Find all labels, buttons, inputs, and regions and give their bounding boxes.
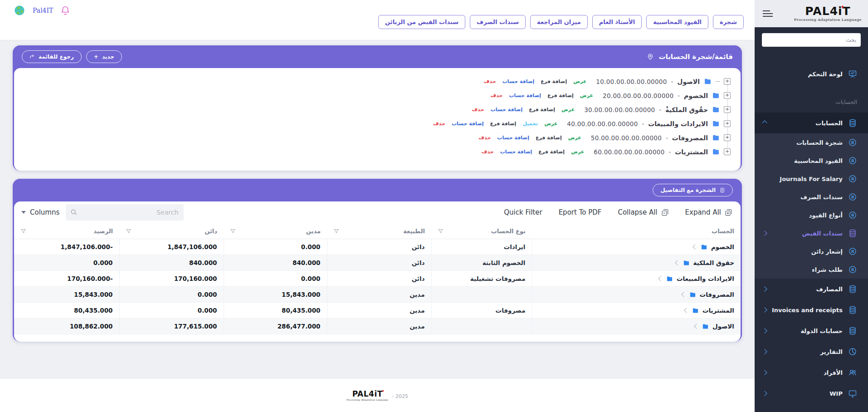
- sidebar-item-accounts-tree[interactable]: شجرة الحسابات: [755, 133, 868, 152]
- view-link[interactable]: عرض: [544, 121, 557, 127]
- brand-link[interactable]: Pal4IT: [33, 7, 53, 14]
- sidebar-item-payment-vouchers[interactable]: سندات الصرف: [755, 188, 868, 206]
- delete-link[interactable]: حذف: [478, 135, 491, 141]
- sidebar-item-purchase-request[interactable]: طلب شراء: [755, 260, 868, 279]
- collapse-all-button[interactable]: Collapse All: [618, 208, 668, 216]
- nav-button-trial-balance[interactable]: ميزان المراجعة: [530, 15, 588, 29]
- add-account-link[interactable]: إضافة حساب: [452, 121, 484, 127]
- accounts-submenu: شجرة الحسابات القيود المحاسبية Journals …: [755, 133, 868, 279]
- header-account-type: نوع الحساب: [431, 223, 532, 239]
- add-branch-link[interactable]: إضافة فرع: [490, 121, 517, 127]
- table-row[interactable]: المشتريات مصروفات مدين 80,435.000 0.000 …: [14, 303, 741, 319]
- sidebar-item-accounts[interactable]: الحسابات: [755, 113, 868, 133]
- view-link[interactable]: عرض: [568, 135, 581, 141]
- sidebar-item-reports[interactable]: التقارير: [755, 341, 868, 362]
- account-name: حقُوق الملكيةْ: [665, 106, 708, 113]
- search-input[interactable]: [80, 208, 179, 216]
- expand-row-icon[interactable]: [681, 292, 686, 297]
- tree-row-equity: + حقُوق الملكيةْ - 30.00.00.00.00.00000 …: [24, 103, 731, 117]
- expand-node-icon[interactable]: +: [724, 78, 731, 85]
- sidebar-item-journals-for-salary[interactable]: Journals For Salary: [755, 170, 868, 188]
- expand-row-icon[interactable]: [694, 324, 699, 329]
- nav-button-tree[interactable]: شجرة: [713, 15, 744, 29]
- sidebar-item-invoices-receipts[interactable]: Invoices and receipts: [755, 299, 868, 320]
- filter-icon[interactable]: [438, 228, 444, 234]
- coins-icon: [848, 326, 857, 335]
- delete-link[interactable]: حذف: [472, 107, 484, 113]
- table-row[interactable]: الاصول مدين 286,477.000 177,615.000 108,…: [14, 319, 741, 334]
- sidebar-nav: لوحة التحكم الحسابات الحسابات شجرة: [755, 52, 868, 412]
- table-row[interactable]: المصروفات مدين 15,843.000 0.000 15,843.0…: [14, 287, 741, 303]
- quick-filter-button[interactable]: Quick Filter: [504, 208, 542, 216]
- view-link[interactable]: عرض: [571, 149, 584, 155]
- sidebar-item-entry-types[interactable]: أنواع القيود: [755, 206, 868, 224]
- delete-link[interactable]: حذف: [433, 121, 445, 127]
- expand-node-icon[interactable]: +: [724, 106, 731, 113]
- sidebar-item-credit-note[interactable]: إشعار دائن: [755, 242, 868, 260]
- sidebar-item-dashboard[interactable]: لوحة التحكم: [755, 64, 868, 84]
- back-to-list-button[interactable]: رجوع للقائمة: [22, 50, 82, 63]
- delete-link[interactable]: حذف: [482, 149, 494, 155]
- expand-row-icon[interactable]: [684, 308, 689, 313]
- expand-row-icon[interactable]: [675, 260, 680, 265]
- sidebar-item-banks[interactable]: المصارف: [755, 279, 868, 299]
- delete-link[interactable]: حذف: [484, 78, 496, 84]
- delete-link[interactable]: حذف: [490, 93, 502, 98]
- globe-icon[interactable]: [14, 5, 25, 16]
- add-account-link[interactable]: إضافة حساب: [502, 78, 535, 84]
- coins-icon: [848, 229, 857, 238]
- tree-card-title-group: قائمة/شجرة الحسابات: [647, 53, 733, 61]
- tree-with-details-button[interactable]: الشجرة مع التفاصيل: [653, 184, 733, 196]
- add-account-link[interactable]: إضافة حساب: [491, 107, 523, 113]
- notifications-bell-icon[interactable]: [60, 5, 70, 15]
- sidebar-item-individuals[interactable]: الأفراد: [755, 362, 868, 383]
- sidebar-item-receipt-vouchers[interactable]: سندات القبض: [755, 224, 868, 242]
- expand-node-icon[interactable]: +: [724, 134, 731, 141]
- view-link[interactable]: عرض: [573, 78, 586, 84]
- expand-row-icon[interactable]: [658, 276, 663, 281]
- nav-button-general-ledger[interactable]: الأستاذ العام: [592, 15, 642, 29]
- table-row[interactable]: الايرادات والمبيعات مصروفات تشغيلية دائن…: [14, 271, 741, 287]
- add-account-link[interactable]: إضافة حساب: [500, 149, 532, 155]
- sidebar-item-state-accounts[interactable]: حسابات الدولة: [755, 320, 868, 341]
- expand-node-icon[interactable]: +: [724, 120, 731, 127]
- expand-node-icon[interactable]: +: [724, 148, 731, 155]
- circle-list-icon: [848, 156, 857, 165]
- sidebar-item-journal-entries[interactable]: القيود المحاسبية: [755, 152, 868, 170]
- credit-value: 177,615.000: [119, 319, 224, 334]
- table-row[interactable]: حقوق الملكية الخصوم الثابتة دائن 840.000…: [14, 255, 741, 271]
- expand-node-icon[interactable]: +: [724, 92, 731, 99]
- add-branch-link[interactable]: إضافة فرع: [541, 78, 567, 84]
- add-account-link[interactable]: إضافة حساب: [497, 135, 529, 141]
- add-branch-link[interactable]: إضافة فرع: [536, 135, 562, 141]
- sidebar-item-wip[interactable]: WIP: [755, 383, 868, 404]
- filter-icon[interactable]: [126, 228, 132, 234]
- folder-icon: [712, 148, 720, 156]
- add-account-link[interactable]: إضافة حساب: [509, 93, 541, 98]
- new-button[interactable]: جديد +: [86, 50, 122, 63]
- view-link[interactable]: عرض: [580, 93, 593, 98]
- filter-icon[interactable]: [333, 228, 339, 234]
- expand-row-icon[interactable]: [692, 244, 697, 249]
- credit-value: 1,847,106.000: [119, 239, 224, 255]
- export-pdf-button[interactable]: Eport To PDF: [559, 208, 602, 216]
- nav-button-journal-entries[interactable]: القيود المحاسبية: [646, 15, 708, 29]
- columns-dropdown[interactable]: Columns: [21, 208, 59, 216]
- table-card-header: الشجرة مع التفاصيل: [13, 179, 742, 201]
- download-link[interactable]: تحميل: [522, 121, 538, 127]
- nav-button-payment-vouchers[interactable]: سندات الصرف: [470, 15, 526, 29]
- filter-icon[interactable]: [230, 228, 236, 234]
- nav-button-customer-receipts[interactable]: سندات القبض من الزبائن: [378, 15, 465, 29]
- view-link[interactable]: عرض: [561, 107, 575, 113]
- sidebar-search-input[interactable]: [762, 33, 861, 47]
- folder-icon: [689, 291, 696, 298]
- add-branch-link[interactable]: إضافة فرع: [538, 149, 565, 155]
- table-row[interactable]: الخصوم ايرادات دائن 0.000 1,847,106.000 …: [14, 239, 741, 255]
- add-branch-link[interactable]: إضافة فرع: [547, 93, 574, 98]
- hamburger-menu-icon[interactable]: [761, 9, 775, 19]
- add-branch-link[interactable]: إضافة فرع: [529, 107, 555, 113]
- expand-all-button[interactable]: Expand All: [685, 208, 732, 216]
- debit-value: 15,843.000: [224, 287, 327, 303]
- chevron-right-icon: [762, 307, 767, 312]
- filter-icon[interactable]: [20, 228, 26, 234]
